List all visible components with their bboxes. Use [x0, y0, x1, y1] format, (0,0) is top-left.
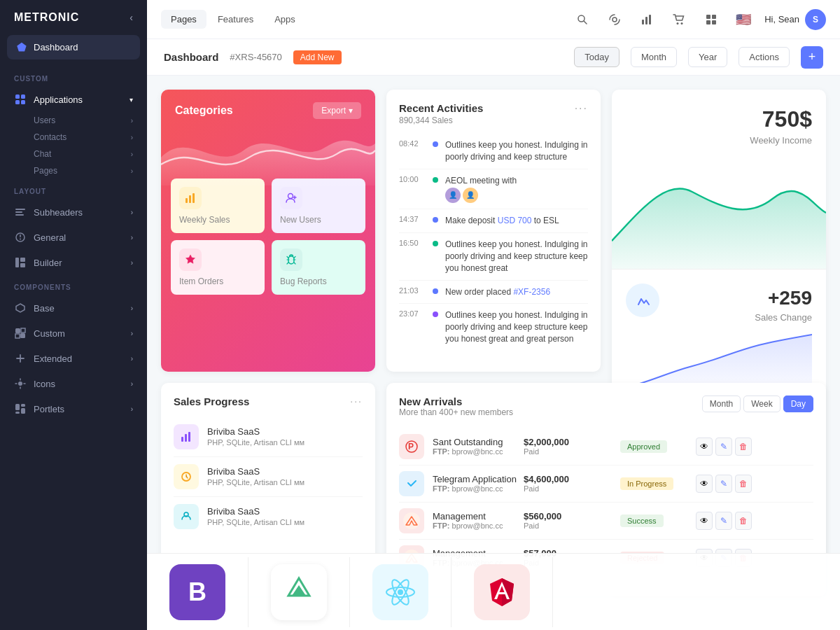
icons-label: Icons — [34, 379, 55, 389]
progress-desc: PHP, SQLite, Artisan CLI мм — [207, 518, 363, 526]
activities-subtitle: 890,344 Sales — [399, 115, 483, 125]
delete-button[interactable]: 🗑 — [735, 512, 752, 530]
view-button[interactable]: 👁 — [696, 475, 713, 493]
delete-button[interactable]: 🗑 — [735, 438, 752, 456]
topnav-tabs: Pages Features Apps — [161, 10, 305, 29]
sidebar-item-extended[interactable]: Extended › — [0, 346, 147, 371]
edit-button[interactable]: ✎ — [715, 438, 732, 456]
add-button[interactable]: + — [801, 46, 823, 69]
activity-time: 23:07 — [399, 309, 426, 318]
tab-apps[interactable]: Apps — [265, 10, 305, 29]
activities-title: Recent Activities — [399, 102, 483, 114]
sidebar-item-general[interactable]: General › — [0, 225, 147, 250]
sidebar-item-subheaders[interactable]: Subheaders › — [0, 200, 147, 225]
progress-info: Briviba SaaS PHP, SQLite, Artisan CLI мм — [207, 466, 363, 486]
edit-button[interactable]: ✎ — [715, 512, 732, 530]
svg-rect-12 — [20, 263, 25, 267]
edit-button[interactable]: ✎ — [715, 475, 732, 493]
react-logo — [350, 557, 451, 627]
filter-day-button[interactable]: Day — [783, 396, 813, 412]
svg-rect-13 — [15, 328, 20, 333]
flag-icon[interactable]: 🇺🇸 — [732, 8, 755, 31]
sidebar-item-chat[interactable]: Chat › — [0, 146, 147, 162]
progress-info: Briviba SaaS PHP, SQLite, Artisan CLI мм — [207, 506, 363, 526]
sidebar-item-applications[interactable]: Applications ▾ — [0, 87, 147, 112]
activity-dot — [433, 177, 438, 183]
network-icon[interactable] — [603, 8, 626, 31]
sidebar-item-custom[interactable]: Custom › — [0, 321, 147, 346]
add-new-button[interactable]: Add New — [293, 50, 342, 64]
activity-item: 10:00 AEOL meeting with 👤 👤 — [399, 169, 588, 210]
arrival-app-icon — [399, 471, 424, 496]
progress-icon — [174, 504, 199, 529]
cart-icon[interactable] — [668, 8, 690, 31]
users-chevron-icon: › — [131, 117, 133, 125]
income-label: Weekly Income — [626, 135, 812, 146]
svg-rect-2 — [15, 100, 20, 104]
custom-comp-label: Custom — [34, 328, 65, 339]
delete-button[interactable]: 🗑 — [735, 475, 752, 493]
filter-month-button[interactable]: Month — [702, 396, 741, 412]
user-avatar[interactable]: S — [805, 9, 826, 30]
custom-chevron-icon: › — [131, 330, 133, 337]
sidebar-item-contacts[interactable]: Contacts › — [0, 129, 147, 146]
arrival-app-icon: P — [399, 434, 424, 459]
activities-menu-icon[interactable]: ··· — [575, 102, 588, 115]
view-button[interactable]: 👁 — [696, 512, 713, 530]
arrival-ftp: FTP: bprow@bnc.cc — [433, 484, 518, 493]
sidebar-item-base[interactable]: Base › — [0, 295, 147, 321]
sidebar-collapse-icon[interactable]: ‹ — [130, 12, 133, 23]
extended-chevron-icon: › — [131, 355, 133, 363]
view-button[interactable]: 👁 — [696, 438, 713, 456]
bootstrap-logo: B — [147, 557, 248, 627]
svg-rect-24 — [645, 17, 648, 24]
arrival-amount: $560,000 — [524, 511, 615, 522]
arrival-name: Sant Outstanding — [433, 437, 518, 447]
grid-icon[interactable] — [700, 8, 722, 31]
svg-rect-37 — [185, 434, 187, 442]
arrival-amount: $2,000,000 — [524, 437, 615, 447]
sidebar-item-portlets[interactable]: Portlets › — [0, 396, 147, 421]
content-area: Categories Export ▾ — [147, 76, 840, 630]
contacts-chevron-icon: › — [131, 134, 133, 141]
today-button[interactable]: Today — [574, 47, 620, 67]
progress-icon — [174, 424, 199, 449]
activity-text: Outlines keep you honest. Indulging in p… — [445, 239, 588, 274]
activity-dot — [433, 288, 438, 294]
sidebar-item-users[interactable]: Users › — [0, 112, 147, 129]
month-button[interactable]: Month — [631, 47, 677, 67]
arrival-info: Telegram Application FTP: bprow@bnc.cc — [433, 474, 518, 493]
dashboard-menu-item[interactable]: ⬟ Dashboard — [7, 35, 140, 59]
tab-pages[interactable]: Pages — [161, 10, 206, 29]
arrival-app-icon — [399, 508, 424, 533]
filter-week-button[interactable]: Week — [743, 396, 780, 412]
tab-features[interactable]: Features — [208, 10, 263, 29]
bug-reports-icon — [280, 248, 302, 271]
user-info[interactable]: Hi, Sean S — [764, 9, 826, 30]
brand-name: METRONIC — [14, 11, 79, 24]
applications-icon — [14, 93, 27, 106]
arrival-actions: 👁 ✎ 🗑 — [696, 512, 752, 530]
actions-button[interactable]: Actions — [738, 47, 790, 67]
svg-point-46 — [398, 589, 403, 595]
year-button[interactable]: Year — [688, 47, 727, 67]
activity-time: 14:37 — [399, 215, 426, 223]
search-icon[interactable] — [571, 8, 594, 31]
sales-icon — [626, 284, 659, 317]
svg-rect-5 — [15, 211, 22, 213]
chart-icon[interactable] — [636, 8, 658, 31]
activity-time: 21:03 — [399, 286, 426, 295]
svg-rect-31 — [712, 20, 716, 24]
sidebar-item-builder[interactable]: Builder › — [0, 250, 147, 275]
dashboard-label: Dashboard — [34, 42, 78, 52]
page-title: Dashboard — [164, 51, 218, 63]
sidebar-item-icons[interactable]: Icons › — [0, 371, 147, 396]
icons-icon — [14, 377, 27, 390]
general-label: General — [34, 232, 66, 243]
progress-name: Briviba SaaS — [207, 426, 363, 437]
progress-menu-icon[interactable]: ··· — [350, 396, 363, 407]
activity-dot — [433, 241, 438, 246]
new-users-card: New Users — [272, 178, 365, 233]
status-badge: Success — [620, 514, 664, 527]
sidebar-item-pages[interactable]: Pages › — [0, 162, 147, 179]
